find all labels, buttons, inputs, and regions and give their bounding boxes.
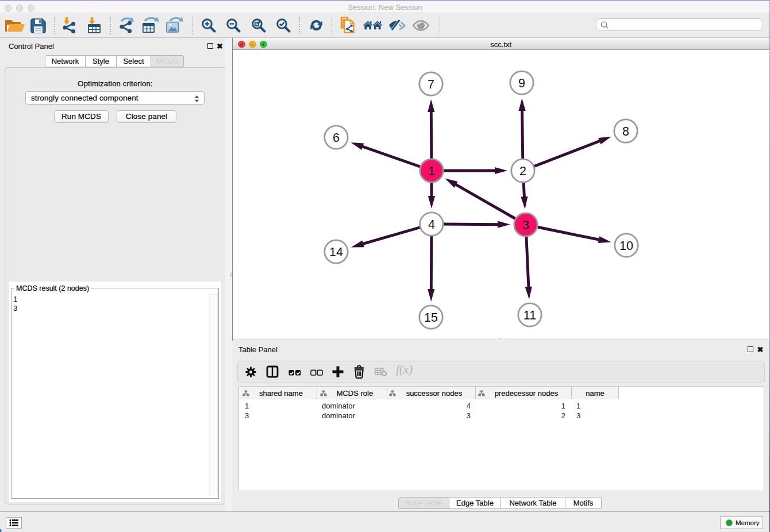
svg-text:8: 8 <box>622 125 629 138</box>
svg-text:7: 7 <box>428 78 434 91</box>
svg-text:10: 10 <box>619 239 633 253</box>
svg-text:2: 2 <box>519 164 526 178</box>
svg-text:1: 1 <box>428 164 435 178</box>
svg-text:4: 4 <box>428 218 435 232</box>
svg-text:15: 15 <box>424 311 438 325</box>
svg-text:3: 3 <box>522 218 529 232</box>
svg-text:14: 14 <box>329 245 343 259</box>
svg-text:11: 11 <box>523 309 536 322</box>
svg-text:9: 9 <box>518 76 525 90</box>
svg-text:6: 6 <box>333 131 340 145</box>
